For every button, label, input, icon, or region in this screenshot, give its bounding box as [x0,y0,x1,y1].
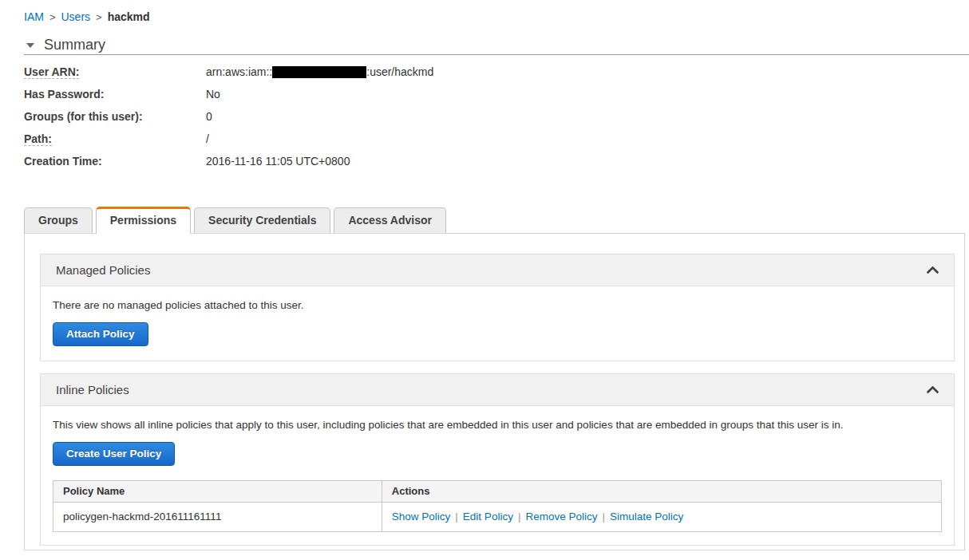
policy-name-cell: policygen-hackmd-201611161111 [53,503,382,532]
inline-policies-body: This view shows all inline policies that… [41,406,954,545]
summary-section-header[interactable]: Summary [26,37,105,53]
attach-policy-button[interactable]: Attach Policy [53,322,148,346]
groups-label: Groups (for this user): [24,110,206,123]
edit-policy-link[interactable]: Edit Policy [463,511,513,523]
column-header-actions: Actions [382,481,941,503]
tab-bar: Groups Permissions Security Credentials … [24,207,449,234]
breadcrumb: IAM>Users>hackmd [24,10,150,23]
breadcrumb-separator: > [49,11,56,23]
action-separator: | [455,511,458,523]
breadcrumb-link-iam[interactable]: IAM [24,10,44,23]
managed-policies-empty-message: There are no managed policies attached t… [53,298,942,312]
simulate-policy-link[interactable]: Simulate Policy [610,511,683,523]
path-label: Path: [24,132,206,145]
show-policy-link[interactable]: Show Policy [392,511,451,523]
policy-actions-cell: Show Policy|Edit Policy|Remove Policy|Si… [382,503,941,532]
collapse-chevron-icon[interactable] [927,386,939,393]
field-row-path: Path: / [24,128,433,150]
creation-time-value: 2016-11-16 11:05 UTC+0800 [206,155,350,168]
action-separator: | [602,511,605,523]
tab-permissions[interactable]: Permissions [96,207,191,234]
field-row-has-password: Has Password: No [24,83,433,105]
table-header-row: Policy Name Actions [53,481,942,503]
managed-policies-body: There are no managed policies attached t… [41,286,954,361]
collapse-chevron-icon[interactable] [927,266,939,274]
groups-value: 0 [206,110,212,123]
creation-time-label: Creation Time: [24,155,206,168]
managed-policies-section: Managed Policies There are no managed po… [40,254,955,361]
tab-groups[interactable]: Groups [24,207,93,233]
collapse-triangle-icon [26,43,34,48]
remove-policy-link[interactable]: Remove Policy [525,511,597,523]
inline-policies-table: Policy Name Actions policygen-hackmd-201… [53,480,942,532]
permissions-tab-panel: Managed Policies There are no managed po… [24,233,965,550]
breadcrumb-current-user: hackmd [108,10,150,23]
field-row-creation-time: Creation Time: 2016-11-16 11:05 UTC+0800 [24,150,433,172]
inline-policies-section: Inline Policies This view shows all inli… [40,373,955,546]
managed-policies-title: Managed Policies [56,263,150,277]
tab-access-advisor[interactable]: Access Advisor [334,207,446,233]
inline-policies-description: This view shows all inline policies that… [53,418,942,432]
has-password-value: No [206,88,220,101]
column-header-policy-name: Policy Name [53,481,382,503]
summary-fields: User ARN: arn:aws:iam:::user/hackmd Has … [24,61,433,172]
field-row-groups: Groups (for this user): 0 [24,105,433,128]
table-row: policygen-hackmd-201611161111 Show Polic… [53,503,942,532]
summary-divider [24,54,969,55]
path-value: / [206,132,209,145]
breadcrumb-separator: > [96,11,102,23]
field-row-user-arn: User ARN: arn:aws:iam:::user/hackmd [24,61,433,83]
breadcrumb-link-users[interactable]: Users [61,10,90,23]
has-password-label: Has Password: [24,88,206,101]
redacted-account-id [272,66,366,78]
inline-policies-title: Inline Policies [56,383,129,396]
tab-security-credentials[interactable]: Security Credentials [194,207,330,233]
inline-policies-header[interactable]: Inline Policies [41,374,954,406]
summary-title: Summary [44,37,105,53]
managed-policies-header[interactable]: Managed Policies [41,254,954,286]
create-user-policy-button[interactable]: Create User Policy [53,442,175,466]
action-separator: | [518,511,521,523]
user-arn-value: arn:aws:iam:::user/hackmd [206,65,433,78]
user-arn-label: User ARN: [24,65,206,78]
